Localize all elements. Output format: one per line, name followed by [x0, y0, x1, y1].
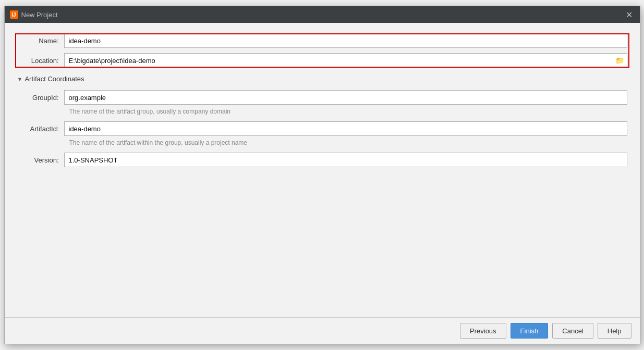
artifact-coordinates-section: ▼ Artifact Coordinates	[17, 75, 627, 83]
help-button[interactable]: Help	[598, 323, 631, 339]
dialog-title: New Project	[21, 11, 58, 19]
title-bar: IJ New Project ✕	[5, 6, 640, 23]
artifactId-row: ArtifactId:	[17, 121, 627, 136]
version-row: Version:	[17, 153, 627, 167]
location-input[interactable]	[64, 53, 627, 68]
artifactId-label: ArtifactId:	[17, 125, 64, 133]
location-row: Location: 📁	[17, 53, 627, 68]
previous-button[interactable]: Previous	[460, 323, 506, 339]
version-input-wrap	[64, 153, 627, 167]
browse-folder-button[interactable]: 📁	[615, 55, 625, 66]
version-label: Version:	[17, 156, 64, 164]
dialog-body: Name: Location: 📁 ▼ Artifact Coordinates…	[5, 23, 640, 317]
location-input-wrap: 📁	[64, 53, 627, 68]
groupId-hint: The name of the artifact group, usually …	[69, 108, 627, 115]
name-input[interactable]	[64, 33, 627, 48]
artifactId-input-wrap	[64, 121, 627, 136]
artifactId-input[interactable]	[64, 121, 627, 136]
section-title: Artifact Coordinates	[25, 75, 84, 83]
name-input-wrap	[64, 33, 627, 48]
collapse-arrow-icon[interactable]: ▼	[17, 76, 23, 82]
name-row: Name:	[17, 33, 627, 48]
location-label: Location:	[17, 57, 64, 65]
new-project-dialog: IJ New Project ✕ Name: Location: 📁	[4, 6, 640, 344]
close-button[interactable]: ✕	[624, 9, 635, 20]
groupId-row: GroupId:	[17, 90, 627, 105]
finish-button[interactable]: Finish	[511, 323, 549, 339]
cancel-button[interactable]: Cancel	[552, 323, 593, 339]
groupId-label: GroupId:	[17, 94, 64, 102]
groupId-input-wrap	[64, 90, 627, 105]
title-bar-left: IJ New Project	[10, 10, 58, 19]
artifactId-hint: The name of the artifact within the grou…	[69, 139, 627, 146]
groupId-input[interactable]	[64, 90, 627, 105]
app-icon: IJ	[10, 10, 18, 19]
name-label: Name:	[17, 37, 64, 45]
version-input[interactable]	[64, 153, 627, 167]
dialog-footer: Previous Finish Cancel Help	[5, 317, 640, 344]
